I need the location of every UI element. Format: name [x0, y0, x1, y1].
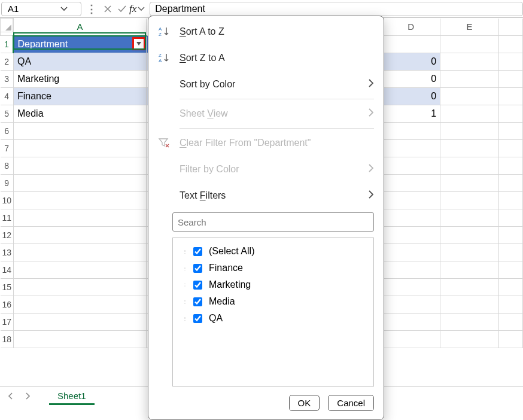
cell[interactable]: [440, 227, 499, 244]
accept-formula-button[interactable]: [115, 3, 129, 15]
column-header-extra[interactable]: [499, 19, 523, 36]
row-header[interactable]: 10: [1, 192, 14, 209]
cell[interactable]: [499, 175, 523, 192]
cell[interactable]: [440, 331, 499, 348]
cell[interactable]: [13, 331, 146, 348]
cell[interactable]: [440, 244, 499, 261]
cell[interactable]: [13, 192, 146, 209]
row-header[interactable]: 12: [1, 227, 14, 244]
text-filters[interactable]: Text Filters: [148, 182, 384, 209]
cell[interactable]: [13, 296, 146, 314]
cell[interactable]: [382, 244, 440, 261]
cell[interactable]: [440, 209, 499, 227]
cell[interactable]: [382, 331, 440, 348]
cell[interactable]: [13, 140, 146, 157]
cell[interactable]: [440, 88, 499, 105]
cell[interactable]: [440, 296, 499, 314]
formula-input[interactable]: [150, 2, 523, 16]
cell[interactable]: 0: [382, 71, 440, 88]
cell[interactable]: [499, 279, 523, 296]
cell[interactable]: [440, 105, 499, 123]
filter-search-input[interactable]: [172, 212, 374, 232]
cell[interactable]: [382, 157, 440, 175]
row-header[interactable]: 17: [1, 314, 14, 331]
cell[interactable]: Finance: [13, 88, 146, 105]
ok-button[interactable]: OK: [289, 395, 320, 411]
column-header-A[interactable]: A: [13, 19, 146, 36]
row-header[interactable]: 9: [1, 175, 14, 192]
row-header[interactable]: 18: [1, 331, 14, 348]
cell[interactable]: [382, 296, 440, 314]
cell[interactable]: [499, 140, 523, 157]
filter-button[interactable]: [133, 38, 144, 49]
filter-list-item[interactable]: ⋮(Select All): [181, 243, 369, 260]
cell[interactable]: 1: [382, 105, 440, 123]
sheet-tab-active[interactable]: Sheet1: [49, 388, 95, 405]
filter-value-list[interactable]: ⋮(Select All)⋮Finance⋮Marketing⋮Media⋮QA: [172, 238, 374, 386]
cell[interactable]: [382, 140, 440, 157]
column-header-D[interactable]: D: [382, 19, 440, 36]
cell[interactable]: [499, 53, 523, 71]
column-header-E[interactable]: E: [440, 19, 499, 36]
row-header[interactable]: 7: [1, 140, 14, 157]
cell[interactable]: 0: [382, 88, 440, 105]
cell[interactable]: [440, 192, 499, 209]
cell[interactable]: [382, 314, 440, 331]
cell[interactable]: QA: [13, 53, 146, 71]
row-header[interactable]: 15: [1, 279, 14, 296]
cell[interactable]: [382, 192, 440, 209]
cell[interactable]: [440, 157, 499, 175]
row-header[interactable]: 6: [1, 123, 14, 140]
cell[interactable]: [13, 227, 146, 244]
filter-checkbox[interactable]: [193, 297, 202, 306]
cell[interactable]: [13, 175, 146, 192]
cell[interactable]: [499, 314, 523, 331]
name-box[interactable]: [1, 2, 81, 16]
filter-checkbox[interactable]: [193, 264, 202, 273]
cell[interactable]: [440, 314, 499, 331]
cell[interactable]: Marketing: [13, 71, 146, 88]
cell[interactable]: [440, 123, 499, 140]
cell[interactable]: [382, 123, 440, 140]
cell[interactable]: [499, 36, 523, 53]
cell[interactable]: [499, 71, 523, 88]
row-header[interactable]: 3: [1, 71, 14, 88]
cell[interactable]: [382, 209, 440, 227]
cell[interactable]: [499, 192, 523, 209]
cell[interactable]: [13, 123, 146, 140]
cell[interactable]: [382, 279, 440, 296]
cell[interactable]: [13, 279, 146, 296]
cell[interactable]: [13, 244, 146, 261]
cell[interactable]: [440, 175, 499, 192]
cell[interactable]: [440, 261, 499, 279]
sort-z-to-a[interactable]: ZA Sort Z to A: [148, 45, 384, 71]
row-header[interactable]: 13: [1, 244, 14, 261]
cell[interactable]: [440, 71, 499, 88]
cell[interactable]: 0: [382, 53, 440, 71]
filter-checkbox[interactable]: [193, 247, 202, 256]
row-header[interactable]: 14: [1, 261, 14, 279]
cell[interactable]: [13, 261, 146, 279]
filter-list-item[interactable]: ⋮Marketing: [181, 276, 369, 293]
cell[interactable]: [382, 175, 440, 192]
cell[interactable]: [499, 296, 523, 314]
sort-a-to-z[interactable]: AZ Sort A to Z: [148, 19, 384, 45]
row-header[interactable]: 5: [1, 105, 14, 123]
cell[interactable]: [382, 227, 440, 244]
cell[interactable]: [382, 261, 440, 279]
row-header[interactable]: 1: [1, 36, 14, 53]
cell[interactable]: [382, 36, 440, 53]
filter-checkbox[interactable]: [193, 281, 202, 290]
cell[interactable]: [499, 261, 523, 279]
filter-checkbox[interactable]: [193, 314, 202, 323]
cell[interactable]: [499, 123, 523, 140]
filter-list-item[interactable]: ⋮Finance: [181, 260, 369, 276]
insert-function-button[interactable]: fx: [129, 3, 145, 15]
row-header[interactable]: 16: [1, 296, 14, 314]
cancel-formula-button[interactable]: [101, 3, 115, 15]
filter-list-item[interactable]: ⋮QA: [181, 310, 369, 327]
cell[interactable]: Department: [13, 36, 146, 53]
cell-reference-input[interactable]: [7, 3, 60, 14]
sort-by-color[interactable]: Sort by Color: [148, 71, 384, 98]
cell[interactable]: [499, 331, 523, 348]
